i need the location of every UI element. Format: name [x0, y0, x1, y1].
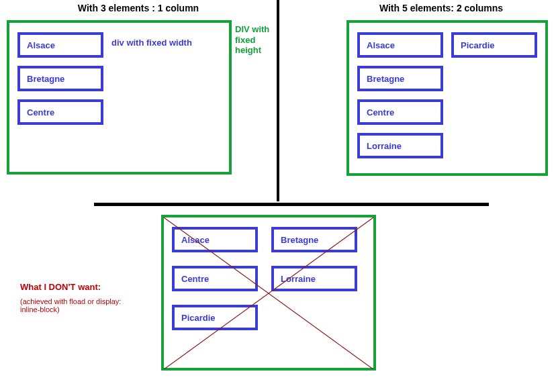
- panel-five-elements: With 5 elements: 2 columns Alsace Bretag…: [279, 0, 556, 201]
- list-item: Bretagne: [271, 227, 357, 252]
- list-item: Bretagne: [17, 66, 103, 91]
- list-item: Lorraine: [357, 133, 443, 158]
- panel1-container: Alsace Bretagne Centre div with fixed wi…: [7, 20, 232, 175]
- note-subtitle: (achieved with fload or display: inline-…: [20, 297, 134, 313]
- list-item: Picardie: [172, 305, 258, 330]
- panel3-container: Alsace Centre Picardie Bretagne Lorraine: [161, 215, 376, 371]
- list-item: Bretagne: [357, 66, 443, 91]
- note-title: What I DON'T want:: [20, 282, 134, 292]
- panel3-note: What I DON'T want: (achieved with fload …: [20, 282, 134, 313]
- list-item: Alsace: [17, 32, 103, 58]
- label-fixed-height: DIV with fixed height: [235, 24, 282, 56]
- panel-three-elements: With 3 elements : 1 column Alsace Bretag…: [0, 0, 277, 201]
- list-item: Centre: [172, 266, 258, 291]
- list-item: Centre: [357, 99, 443, 125]
- list-item: Lorraine: [271, 266, 357, 291]
- list-item: Picardie: [451, 32, 537, 58]
- list-item: Alsace: [357, 32, 443, 58]
- panel2-heading: With 5 elements: 2 columns: [279, 3, 556, 13]
- list-item: Centre: [17, 99, 103, 125]
- label-fixed-width: div with fixed width: [111, 38, 192, 48]
- panel1-heading: With 3 elements : 1 column: [0, 3, 277, 13]
- list-item: Alsace: [172, 227, 258, 252]
- panel2-container: Alsace Bretagne Centre Lorraine Picardie: [346, 20, 548, 176]
- horizontal-divider: [94, 203, 489, 206]
